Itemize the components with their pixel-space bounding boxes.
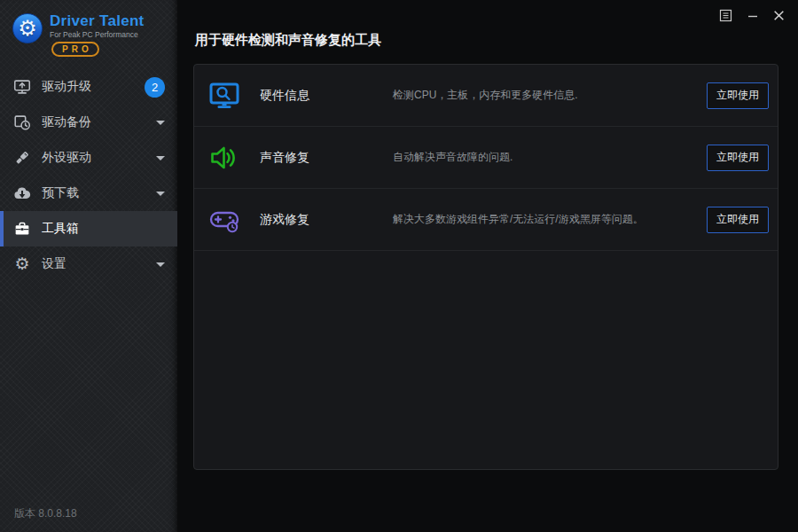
update-count-badge: 2 <box>145 77 165 98</box>
logo-subtitle: For Peak PC Performance <box>50 30 145 39</box>
sidebar-item-pre-download[interactable]: 预下载 <box>0 176 177 211</box>
sidebar-item-label: 工具箱 <box>42 221 79 237</box>
window-controls <box>717 7 787 24</box>
tool-description: 自动解决声音故障的问题. <box>393 150 707 165</box>
tool-name: 硬件信息 <box>260 88 393 104</box>
speaker-icon <box>208 142 240 174</box>
menu-icon[interactable] <box>717 7 734 24</box>
pro-badge: PRO <box>51 42 99 57</box>
logo-text: Driver Talent For Peak PC Performance PR… <box>50 13 145 57</box>
version-label: 版本 8.0.8.18 <box>14 506 77 521</box>
sidebar-item-label: 驱动备份 <box>42 114 91 130</box>
app-window: ⚙ Driver Talent For Peak PC Performance … <box>0 0 798 532</box>
chevron-down-icon <box>156 192 165 196</box>
use-now-button-game[interactable]: 立即使用 <box>707 207 769 233</box>
sidebar-item-driver-upgrade[interactable]: 驱动升级 2 <box>0 69 177 105</box>
tool-name: 声音修复 <box>260 150 393 166</box>
backup-clock-icon <box>12 113 32 132</box>
close-icon[interactable] <box>771 7 787 24</box>
cloud-download-icon <box>12 184 32 203</box>
sidebar-item-label: 外设驱动 <box>42 150 91 166</box>
sidebar-nav: 驱动升级 2 驱动备份 <box>0 69 177 282</box>
sidebar-item-label: 设置 <box>42 256 66 272</box>
tool-row-hardware-info: 硬件信息 检测CPU，主板，内存和更多硬件信息. 立即使用 <box>194 65 778 127</box>
tool-row-game-repair: 游戏修复 解决大多数游戏组件异常/无法运行/游戏黑屏等问题。 立即使用 <box>194 189 778 251</box>
chevron-down-icon <box>156 121 165 125</box>
main-content: 用于硬件检测和声音修复的工具 硬件信息 检测CPU，主板，内存和更多硬件信息. … <box>177 0 798 532</box>
chevron-down-icon <box>156 156 165 160</box>
app-logo: ⚙ Driver Talent For Peak PC Performance … <box>0 0 177 64</box>
tool-description: 检测CPU，主板，内存和更多硬件信息. <box>393 88 707 103</box>
monitor-upgrade-icon <box>12 77 32 97</box>
gamepad-repair-icon <box>208 204 240 236</box>
gear-icon: ⚙ <box>12 254 32 274</box>
chevron-down-icon <box>156 262 165 267</box>
tool-description: 解决大多数游戏组件异常/无法运行/游戏黑屏等问题。 <box>393 212 707 227</box>
tool-name: 游戏修复 <box>260 212 393 228</box>
use-now-button-sound[interactable]: 立即使用 <box>707 145 769 171</box>
tools-panel: 硬件信息 检测CPU，主板，内存和更多硬件信息. 立即使用 声音修复 自动解决声… <box>193 64 778 470</box>
sidebar-item-driver-backup[interactable]: 驱动备份 <box>0 105 177 140</box>
hardware-monitor-icon <box>208 80 240 112</box>
use-now-button-hardware[interactable]: 立即使用 <box>707 82 769 109</box>
sidebar-item-label: 预下载 <box>42 185 79 201</box>
logo-gear-icon: ⚙ <box>12 13 43 43</box>
sidebar-item-peripheral-drivers[interactable]: 外设驱动 <box>0 140 177 176</box>
usb-drive-icon <box>12 148 32 168</box>
sidebar: ⚙ Driver Talent For Peak PC Performance … <box>0 0 177 532</box>
logo-title: Driver Talent <box>50 13 145 29</box>
sidebar-item-settings[interactable]: ⚙ 设置 <box>0 246 177 282</box>
page-title: 用于硬件检测和声音修复的工具 <box>195 32 778 49</box>
sidebar-item-toolbox[interactable]: 工具箱 <box>0 211 177 246</box>
toolbox-icon <box>12 219 32 239</box>
tool-row-sound-repair: 声音修复 自动解决声音故障的问题. 立即使用 <box>194 127 778 189</box>
sidebar-item-label: 驱动升级 <box>42 79 91 95</box>
minimize-icon[interactable] <box>744 7 761 24</box>
